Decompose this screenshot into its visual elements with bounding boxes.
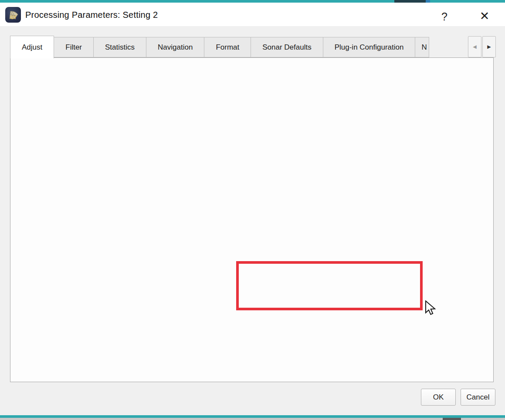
tab-format[interactable]: Format xyxy=(204,37,251,57)
app-icon-text: GT xyxy=(10,15,17,20)
tab-filter[interactable]: Filter xyxy=(54,37,94,57)
tab-content-panel xyxy=(10,57,494,382)
help-button[interactable]: ? xyxy=(435,8,454,25)
window-title: Processing Parameters: Setting 2 xyxy=(25,10,158,20)
tab-clipped[interactable]: N xyxy=(415,37,429,57)
tab-navigation[interactable]: Navigation xyxy=(146,37,204,57)
close-button[interactable]: ✕ xyxy=(474,7,495,25)
tab-statistics[interactable]: Statistics xyxy=(94,37,146,57)
tab-scroll-left-button[interactable]: ◀ xyxy=(468,36,481,57)
processing-parameters-dialog: GT Processing Parameters: Setting 2 ? ✕ … xyxy=(0,0,505,420)
app-icon: GT xyxy=(5,7,21,23)
ok-button[interactable]: OK xyxy=(421,389,456,406)
tab-adjust[interactable]: Adjust xyxy=(10,36,54,58)
cancel-button[interactable]: Cancel xyxy=(461,389,495,406)
bottom-strip-dark-segment xyxy=(443,418,461,420)
arrow-right-icon: ▶ xyxy=(487,44,491,50)
tab-scroll-right-button[interactable]: ▶ xyxy=(482,36,496,57)
tab-sonar-defaults[interactable]: Sonar Defaults xyxy=(251,37,323,57)
tab-bar: Adjust Filter Statistics Navigation Form… xyxy=(10,36,468,58)
tab-plugin-configuration[interactable]: Plug-in Configuration xyxy=(323,37,416,57)
titlebar: GT Processing Parameters: Setting 2 ? ✕ xyxy=(0,3,505,26)
bottom-gray-strip xyxy=(0,418,505,420)
arrow-left-icon: ◀ xyxy=(473,44,476,50)
